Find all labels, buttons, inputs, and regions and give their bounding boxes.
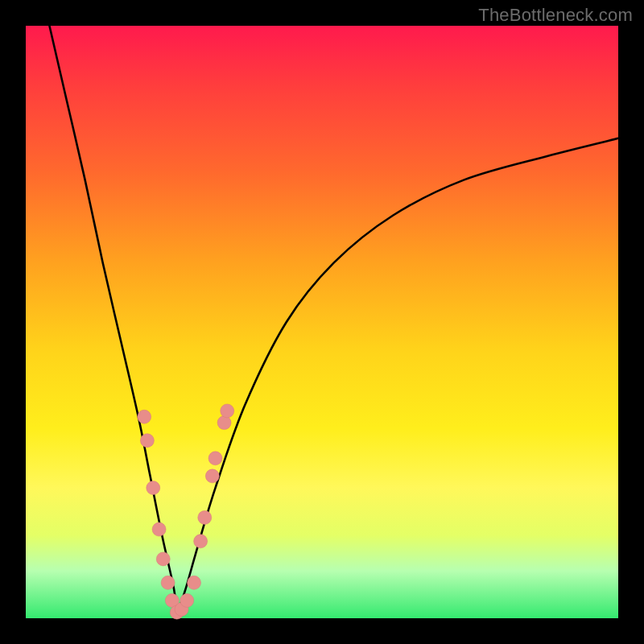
data-marker — [161, 576, 175, 589]
data-marker — [198, 510, 212, 524]
chart-svg — [0, 0, 644, 644]
data-marker — [221, 404, 234, 418]
data-marker — [147, 481, 160, 495]
data-marker — [156, 552, 170, 566]
data-marker — [208, 452, 222, 465]
data-marker — [140, 434, 154, 448]
data-marker — [194, 535, 208, 548]
data-marker — [180, 593, 194, 607]
data-marker — [138, 410, 151, 423]
data-marker — [205, 469, 219, 483]
plot-group — [49, 26, 618, 619]
data-marker — [217, 416, 231, 430]
data-marker — [152, 522, 166, 536]
data-marker — [188, 576, 201, 589]
bottleneck-curve — [49, 26, 618, 613]
